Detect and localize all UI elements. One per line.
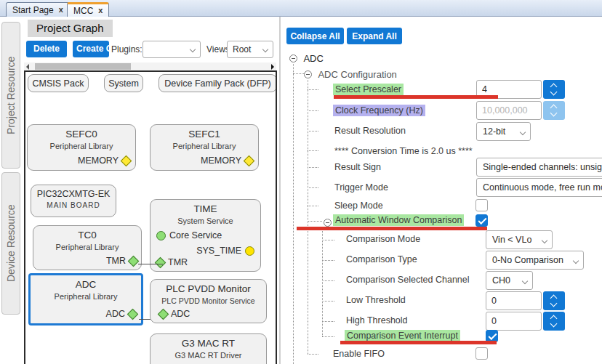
tree-guide-stub <box>308 354 318 355</box>
result-sign-select[interactable]: Single-ended channels: unsigned <box>476 158 602 177</box>
node-adc-selected[interactable]: ADC Peripheral Library ADC <box>28 273 143 325</box>
tree-guide-stub <box>308 167 318 168</box>
select-prescaler-spinner[interactable] <box>543 80 565 99</box>
tab-start-page[interactable]: Start Page x <box>6 2 70 17</box>
comparison-channel-select[interactable]: CH0 <box>486 271 533 290</box>
tree-guide-stub <box>322 280 334 281</box>
scrollbar-thumb[interactable] <box>35 63 131 70</box>
expand-all-button[interactable]: Expand All <box>347 28 402 44</box>
node-cmsis-pack[interactable]: CMSIS Pack <box>28 74 89 92</box>
trigger-mode-label: Trigger Mode <box>334 182 388 193</box>
sleep-mode-checkbox[interactable] <box>475 199 488 211</box>
input-value: 10,000,000 <box>482 105 528 116</box>
enable-fifo-checkbox[interactable] <box>475 347 488 360</box>
node-tc0[interactable]: TC0 Peripheral Library TMR <box>33 225 142 270</box>
tree-guide-line <box>308 80 308 354</box>
sidebar-tab-device-resource[interactable]: Device Resource <box>1 172 20 315</box>
node-subtitle: PLC PVDD Monitor Service <box>150 294 266 305</box>
port-label: ADC <box>171 309 190 319</box>
tab-mcc[interactable]: MCC x <box>67 2 109 17</box>
delete-button[interactable]: Delete <box>26 41 67 57</box>
comparison-event-interrupt-label: Comparison Event Interrupt <box>345 330 460 341</box>
collapse-all-button[interactable]: Collapse All <box>286 28 344 44</box>
tree-node-label: ADC <box>303 53 323 64</box>
select-value: Continuous mode, free run mode <box>483 182 602 193</box>
high-threshold-input[interactable]: 0 <box>486 312 542 331</box>
low-threshold-spinner[interactable] <box>543 291 565 310</box>
node-device-family-pack[interactable]: Device Family Pack (DFP) <box>158 74 277 92</box>
tree-guide-stub <box>322 240 334 240</box>
close-icon[interactable]: x <box>59 6 63 14</box>
chevron-down-icon <box>573 258 579 264</box>
select-value: Single-ended channels: unsigned <box>483 162 602 172</box>
select-value: Vin < VLo <box>492 235 531 245</box>
port-label: TMR <box>106 256 126 266</box>
port-label: MEMORY <box>201 155 241 166</box>
port-diamond-icon[interactable] <box>127 308 139 320</box>
node-time[interactable]: TIME System Service Core Service SYS_TIM… <box>150 199 261 272</box>
node-subtitle: Peripheral Library <box>31 290 141 301</box>
port-diamond-icon[interactable] <box>158 308 169 320</box>
tree-guide-stub <box>293 73 304 74</box>
horizontal-scrollbar[interactable] <box>24 62 276 70</box>
tree-node-adc-configuration[interactable]: ADC Configuration <box>304 68 397 81</box>
panel-splitter[interactable] <box>279 17 281 364</box>
trigger-mode-select[interactable]: Continuous mode, free run mode <box>476 178 602 197</box>
create-graph-button[interactable]: Create Gr <box>73 41 109 57</box>
low-threshold-input[interactable]: 0 <box>486 291 542 310</box>
chevron-down-icon <box>520 129 526 135</box>
result-resolution-select[interactable]: 12-bit <box>476 122 531 141</box>
project-resource-label: Project Resource <box>5 56 17 134</box>
spinner-down-icon[interactable] <box>550 300 558 307</box>
tree-node-label: ADC Configuration <box>318 69 396 80</box>
node-subtitle: Peripheral Library <box>150 139 258 150</box>
arrow-right-icon[interactable] <box>271 64 274 70</box>
node-title: TC0 <box>33 226 141 240</box>
comparison-type-label: Comparison Type <box>346 254 417 264</box>
close-icon[interactable]: x <box>98 7 103 15</box>
document-tab-bar: Start Page x MCC x <box>0 0 602 17</box>
tree-guide-stub <box>308 110 318 111</box>
port-diamond-icon[interactable] <box>244 155 255 166</box>
comparison-mode-select[interactable]: Vin < VLo <box>486 230 553 249</box>
node-g3-mac-rt[interactable]: G3 MAC RT G3 MAC RT Driver <box>150 333 267 364</box>
node-pic32cxmtg-ek[interactable]: PIC32CXMTG-EK MAIN BOARD <box>31 185 116 217</box>
tree-node-adc[interactable]: ADC <box>289 52 324 65</box>
auto-window-comparison-label: Automatic Window Comparison <box>333 214 464 226</box>
clock-frequency-spinner <box>543 101 565 120</box>
tree-guide-line <box>293 64 294 364</box>
collapse-icon[interactable] <box>304 70 312 78</box>
node-plc-pvdd-monitor[interactable]: PLC PVDD Monitor PLC PVDD Monitor Servic… <box>150 279 267 323</box>
node-subtitle: System Service <box>150 214 260 225</box>
port-diamond-icon[interactable] <box>128 255 140 267</box>
collapse-icon[interactable] <box>289 54 297 62</box>
node-title: PIC32CXMTG-EK <box>31 185 116 199</box>
chevron-down-icon <box>542 238 547 243</box>
select-value: 12-bit <box>483 126 505 137</box>
comparison-channel-label: Comparison Selected Channel <box>346 275 470 285</box>
mcc-window: Start Page x MCC x Project Resource Devi… <box>0 0 602 364</box>
sidebar-tab-project-resource[interactable]: Project Resource <box>1 22 20 169</box>
arrow-left-icon[interactable] <box>26 64 29 70</box>
node-subtitle: Peripheral Library <box>28 139 135 150</box>
annotation-underline-red <box>297 227 487 230</box>
port-diamond-icon[interactable] <box>155 256 166 268</box>
collapse-icon[interactable] <box>324 219 332 227</box>
node-system[interactable]: System <box>104 74 143 92</box>
spinner-down-icon[interactable] <box>550 89 558 96</box>
high-threshold-spinner[interactable] <box>543 312 565 331</box>
conversion-time-note: **** Conversion Time is 2.0 us **** <box>334 146 473 156</box>
node-sefc1[interactable]: SEFC1 Peripheral Library MEMORY <box>150 124 259 171</box>
views-select[interactable]: Root <box>227 41 273 58</box>
port-diamond-icon[interactable] <box>121 155 132 166</box>
spinner-down-icon[interactable] <box>550 320 558 328</box>
comparison-type-select[interactable]: 0-No Comparison <box>486 251 584 270</box>
node-sefc0[interactable]: SEFC0 Peripheral Library MEMORY <box>27 124 136 171</box>
tree-guide-stub <box>322 321 334 322</box>
auto-window-comparison-checkbox[interactable] <box>475 214 488 227</box>
select-value: 0-No Comparison <box>492 255 563 265</box>
project-graph-title: Project Graph <box>28 20 113 37</box>
node-subtitle: G3 MAC RT Driver <box>150 349 266 360</box>
tree-guide-stub <box>308 221 322 222</box>
plugins-select[interactable] <box>143 41 201 58</box>
